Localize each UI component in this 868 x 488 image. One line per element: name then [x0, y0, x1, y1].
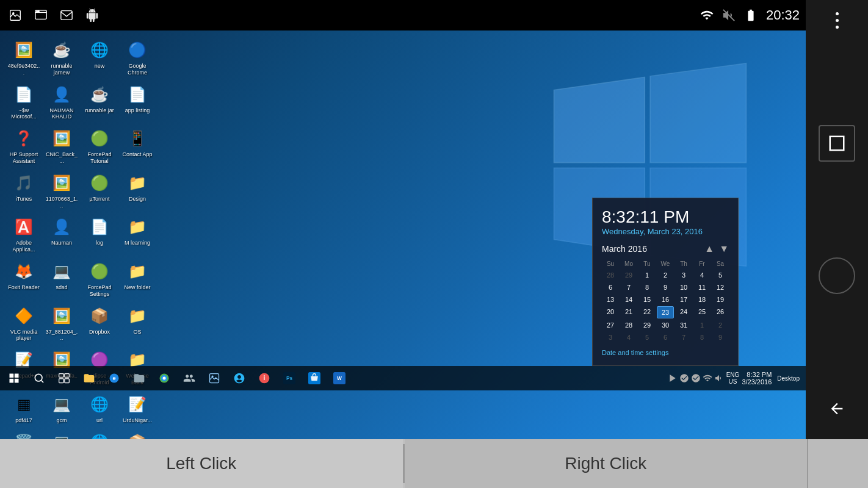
skype-button[interactable] [228, 367, 250, 389]
calendar-day[interactable]: 2 [712, 320, 729, 331]
people-button[interactable] [178, 367, 200, 389]
store-button[interactable] [303, 367, 325, 389]
calendar-day[interactable]: 5 [712, 270, 729, 281]
calendar-prev-button[interactable]: ▲ [704, 243, 714, 254]
calendar-day[interactable]: 8 [638, 282, 656, 293]
folder-button[interactable] [128, 367, 150, 389]
android-app-icon[interactable] [83, 6, 101, 24]
browser-app-icon[interactable] [32, 6, 50, 24]
desktop-icon[interactable]: 🔶 VLC media player [6, 303, 42, 345]
calendar-day[interactable]: 2 [657, 270, 674, 281]
calendar-day[interactable]: 10 [675, 282, 692, 293]
calendar-day[interactable]: 7 [675, 332, 692, 343]
calendar-day[interactable]: 12 [712, 282, 729, 293]
tray-area[interactable] [668, 373, 724, 383]
ie-button[interactable]: e [103, 367, 125, 389]
calendar-day[interactable]: 28 [602, 270, 619, 281]
date-time-settings-link[interactable]: Date and time settings [602, 349, 729, 356]
info-button[interactable]: i [253, 367, 275, 389]
calendar-day[interactable]: 6 [657, 332, 674, 343]
desktop-icon[interactable]: ☕ runnable.jar [82, 81, 117, 123]
calendar-day[interactable]: 9 [712, 332, 729, 343]
left-click-area[interactable]: Left Click [0, 439, 403, 488]
desktop-icon[interactable]: 🌐 url [82, 391, 117, 426]
calendar-day[interactable]: 3 [602, 332, 619, 343]
calendar-day[interactable]: 21 [620, 306, 637, 318]
calendar-day[interactable]: 25 [693, 306, 711, 318]
desktop-icon[interactable]: 📱 Contact App [120, 125, 155, 167]
calendar-day[interactable]: 7 [620, 282, 637, 293]
calendar-day[interactable]: 19 [712, 294, 729, 305]
desktop-icon[interactable]: 👤 NAUMAN KHALID [44, 81, 79, 123]
home-button[interactable] [819, 257, 855, 294]
calendar-day[interactable]: 1 [693, 320, 711, 331]
right-click-area[interactable]: Right Click [405, 439, 808, 488]
word-taskbar-button[interactable]: W [328, 367, 350, 389]
desktop-icon[interactable]: 💻 sdsd [44, 258, 79, 300]
calendar-day[interactable]: 22 [638, 306, 656, 318]
chrome-taskbar-button[interactable] [153, 367, 175, 389]
calendar-day[interactable]: 4 [620, 332, 637, 343]
image-app-icon[interactable] [6, 6, 24, 24]
desktop-icon[interactable]: 🌐 new [82, 37, 117, 79]
desktop-icon[interactable]: ▦ pdf417 [6, 391, 42, 426]
desktop-icon[interactable]: 📝 UrduNigar... [120, 391, 155, 426]
eng-indicator[interactable]: ENGUS [726, 371, 740, 385]
calendar-day[interactable]: 24 [675, 306, 692, 318]
desktop-icon[interactable]: 📁 New folder [120, 258, 155, 300]
calendar-next-button[interactable]: ▼ [719, 243, 729, 254]
ps-button[interactable]: Ps [278, 367, 300, 389]
more-options-button[interactable] [836, 12, 839, 29]
calendar-day[interactable]: 8 [693, 332, 711, 343]
desktop-icon[interactable]: 🔵 Google Chrome [120, 37, 155, 79]
calendar-day[interactable]: 1 [638, 270, 656, 281]
taskbar-time-display[interactable]: 8:32 PM 3/23/2016 [742, 371, 772, 386]
desktop-icon[interactable]: 🖼️ 37_881204_... [44, 303, 79, 345]
desktop-icon[interactable]: 🟢 ForcePad Settings [82, 258, 117, 300]
back-button[interactable] [819, 390, 855, 427]
calendar-day[interactable]: 11 [693, 282, 711, 293]
calendar-day[interactable]: 9 [657, 282, 674, 293]
desktop-icon[interactable]: ☕ runnable jarnew [44, 37, 79, 79]
calendar-day[interactable]: 31 [675, 320, 692, 331]
calendar-day[interactable]: 14 [620, 294, 637, 305]
calendar-day[interactable]: 28 [620, 320, 637, 331]
photos-button[interactable] [203, 367, 225, 389]
desktop-icon[interactable]: 📁 Design [120, 170, 155, 212]
calendar-day[interactable]: 5 [638, 332, 656, 343]
calendar-day[interactable]: 30 [657, 320, 674, 331]
calendar-day[interactable]: 6 [602, 282, 619, 293]
desktop-icon[interactable]: 🖼️ 11070663_1... [44, 170, 79, 212]
desktop-icon[interactable]: 🟢 ForcePad Tutorial [82, 125, 117, 167]
desktop-icon[interactable]: 💻 gcm [44, 391, 79, 426]
desktop-icon[interactable]: 🌐 mycode [82, 429, 117, 439]
desktop-icon[interactable]: 📦 Box offer for HP [120, 429, 155, 439]
desktop-icon[interactable]: 🖼️ 48ef9e3402... [6, 37, 42, 79]
mail-app-icon[interactable] [57, 6, 76, 24]
desktop-icon[interactable]: 👤 Nauman [44, 214, 79, 256]
desktop-icon[interactable]: 📄 log [82, 214, 117, 256]
calendar-day[interactable]: 26 [712, 306, 729, 318]
desktop-icon[interactable]: 📄 app listing [120, 81, 155, 123]
desktop-icon[interactable]: 🟢 µTorrent [82, 170, 117, 212]
notification-button[interactable]: Desktop [774, 374, 803, 383]
desktop-icon[interactable]: 📄 ~$w Microsof... [6, 81, 42, 123]
calendar-day[interactable]: 15 [638, 294, 656, 305]
calendar-day[interactable]: 20 [602, 306, 619, 318]
desktop-icon[interactable]: 🎵 iTunes [6, 170, 42, 212]
desktop-icon[interactable]: 🅰️ Adobe Applica... [6, 214, 42, 256]
desktop-icon[interactable]: ❓ HP Support Assistant [6, 125, 42, 167]
calendar-day[interactable]: 4 [693, 270, 711, 281]
square-button[interactable] [819, 125, 855, 162]
start-button[interactable] [3, 367, 25, 389]
calendar-day[interactable]: 18 [693, 294, 711, 305]
search-button[interactable] [28, 367, 50, 389]
desktop-icon[interactable]: 🦊 Foxit Reader [6, 258, 42, 300]
desktop-icon[interactable]: 📁 M learning [120, 214, 155, 256]
calendar-day[interactable]: 13 [602, 294, 619, 305]
desktop-icon[interactable]: 📦 Dropbox [82, 303, 117, 345]
desktop-icon[interactable]: 🖼️ CNIC_Back_... [44, 125, 79, 167]
file-explorer-button[interactable] [78, 367, 100, 389]
desktop-icon[interactable]: 💻 cnicn [44, 429, 79, 439]
calendar-day[interactable]: 3 [675, 270, 692, 281]
